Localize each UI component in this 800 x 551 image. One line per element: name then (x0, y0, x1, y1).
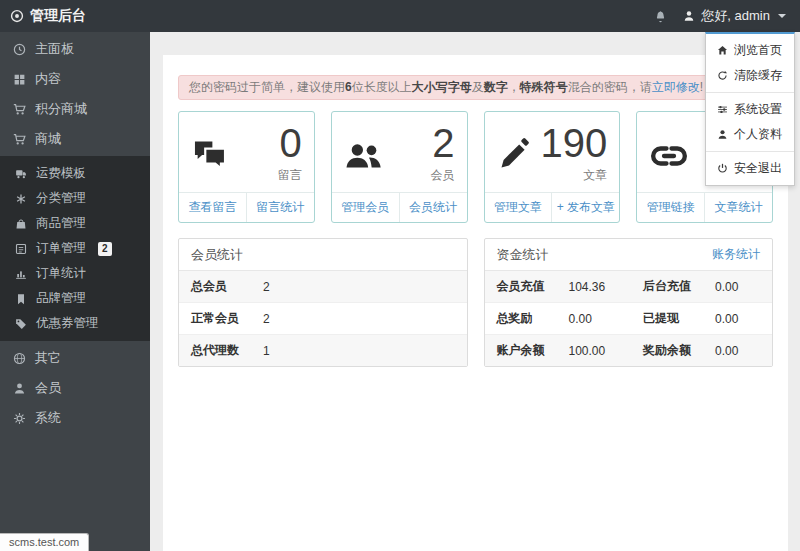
dashboard-icon (13, 43, 26, 56)
cart-icon (13, 103, 26, 116)
asterisk-icon (15, 193, 27, 205)
user-greeting: 您好, admin (701, 7, 770, 25)
stat-value: 0.00 (703, 335, 772, 367)
user-menu-toggle[interactable]: 您好, admin (683, 7, 786, 25)
sidebar-item-mall[interactable]: 商城 (0, 124, 150, 154)
top-navbar: 管理后台 您好, admin (0, 0, 800, 32)
articles-label: 文章 (541, 167, 608, 184)
sidebar-item-product-manage[interactable]: 商品管理 (0, 211, 150, 236)
mall-submenu: 运费模板 分类管理 商品管理 订单管理 2 订单统计 品牌管理 优惠券管理 (0, 156, 150, 341)
message-stats-link[interactable]: 留言统计 (246, 193, 314, 222)
sidebar-item-category-manage[interactable]: 分类管理 (0, 186, 150, 211)
truck-icon (15, 168, 27, 180)
menu-item-clear-cache[interactable]: 清除缓存 (706, 63, 794, 88)
user-icon (683, 10, 695, 22)
alert-text: 及 (472, 80, 484, 94)
change-password-link[interactable]: 立即修改 (652, 80, 700, 94)
bag-icon (15, 218, 27, 230)
members-label: 会员 (431, 167, 455, 184)
fund-stats-title: 资金统计 (497, 246, 549, 264)
list-icon (15, 243, 27, 255)
grid-icon (13, 73, 26, 86)
comments-icon (191, 136, 229, 192)
sidebar-item-label: 运费模板 (36, 165, 86, 182)
stat-cards-row: 0 留言 查看留言 留言统计 2 会员 (178, 111, 773, 223)
sidebar-item-shipping-template[interactable]: 运费模板 (0, 161, 150, 186)
stat-value: 1 (251, 335, 467, 367)
stat-value: 104.36 (557, 271, 631, 303)
table-row: 会员充值 104.36 后台充值 0.00 (485, 271, 773, 303)
menu-item-label: 清除缓存 (734, 67, 782, 84)
refresh-icon (717, 70, 728, 81)
alert-text-bold: 大小写字母 (412, 80, 472, 94)
alert-text: ! (700, 80, 703, 94)
sidebar-item-order-stats[interactable]: 订单统计 (0, 261, 150, 286)
chart-icon (15, 268, 27, 280)
sliders-icon (717, 104, 728, 115)
order-count-badge: 2 (98, 242, 112, 256)
stat-value: 2 (251, 271, 467, 303)
alert-text: ， (508, 80, 520, 94)
member-stats-link[interactable]: 会员统计 (399, 193, 467, 222)
stat-value: 2 (251, 303, 467, 335)
sidebar-item-label: 其它 (35, 349, 61, 367)
menu-item-label: 安全退出 (734, 160, 782, 177)
stat-value: 0.00 (703, 303, 772, 335)
members-count: 2 (431, 120, 455, 166)
brand-logo[interactable]: 管理后台 (0, 7, 150, 25)
sidebar-item-label: 订单管理 (36, 240, 86, 257)
sidebar-item-content[interactable]: 内容 (0, 64, 150, 94)
members-card: 2 会员 管理会员 会员统计 (331, 111, 468, 223)
member-stats-table: 总会员 2 正常会员 2 总代理数 1 (179, 271, 467, 366)
brand-icon (10, 9, 24, 23)
fund-stats-panel: 资金统计 账务统计 会员充值 104.36 后台充值 0.00 总奖励 0.00… (484, 238, 774, 367)
manage-links-link[interactable]: 管理链接 (637, 193, 704, 222)
sidebar-item-label: 品牌管理 (36, 290, 86, 307)
bell-icon[interactable] (654, 10, 667, 23)
articles-count: 190 (541, 120, 608, 166)
user-dropdown-menu: 浏览首页 清除缓存 系统设置 个人资料 安全退出 (705, 32, 795, 186)
sidebar-item-label: 商品管理 (36, 215, 86, 232)
view-messages-link[interactable]: 查看留言 (179, 193, 246, 222)
stat-label: 正常会员 (179, 303, 251, 335)
sidebar-item-label: 系统 (35, 409, 61, 427)
sidebar-nav: 主面板 内容 积分商城 商城 运费模板 分类管理 商品管理 订单管理 2 (0, 32, 150, 551)
sidebar-item-coupon-manage[interactable]: 优惠券管理 (0, 311, 150, 336)
menu-item-system-settings[interactable]: 系统设置 (706, 97, 794, 122)
link-icon (649, 136, 689, 192)
password-warning-alert: 您的密码过于简单，建议使用6位长度以上大小写字母及数字，特殊符号混合的密码，请立… (178, 75, 773, 100)
article-stats-link[interactable]: 文章统计 (704, 193, 772, 222)
sidebar-item-label: 主面板 (35, 40, 74, 58)
main-content-panel: 您的密码过于简单，建议使用6位长度以上大小写字母及数字，特殊符号混合的密码，请立… (163, 55, 788, 551)
alert-text: 您的密码过于简单，建议使用 (189, 80, 345, 94)
table-row: 总会员 2 (179, 271, 467, 303)
sidebar-item-label: 商城 (35, 130, 61, 148)
menu-item-logout[interactable]: 安全退出 (706, 156, 794, 181)
menu-item-label: 个人资料 (734, 126, 782, 143)
user-icon (717, 129, 728, 140)
cart-icon (13, 133, 26, 146)
alert-text: 混合的密码，请 (568, 80, 652, 94)
manage-members-link[interactable]: 管理会员 (332, 193, 399, 222)
home-icon (717, 45, 728, 56)
publish-article-link[interactable]: + 发布文章 (551, 193, 619, 222)
account-stats-link[interactable]: 账务统计 (712, 246, 760, 263)
sidebar-item-members[interactable]: 会员 (0, 373, 150, 403)
sidebar-item-points-mall[interactable]: 积分商城 (0, 94, 150, 124)
sidebar-item-dashboard[interactable]: 主面板 (0, 34, 150, 64)
pencil-icon (497, 136, 533, 192)
menu-item-label: 系统设置 (734, 101, 782, 118)
sidebar-item-other[interactable]: 其它 (0, 343, 150, 373)
sidebar-item-system[interactable]: 系统 (0, 403, 150, 433)
menu-item-browse-home[interactable]: 浏览首页 (706, 38, 794, 63)
stat-label: 总代理数 (179, 335, 251, 367)
manage-articles-link[interactable]: 管理文章 (485, 193, 552, 222)
table-row: 账户余额 100.00 奖励余额 0.00 (485, 335, 773, 367)
sidebar-item-order-manage[interactable]: 订单管理 2 (0, 236, 150, 261)
gear-icon (13, 412, 26, 425)
sidebar-item-brand-manage[interactable]: 品牌管理 (0, 286, 150, 311)
menu-item-profile[interactable]: 个人资料 (706, 122, 794, 147)
menu-divider (706, 92, 794, 93)
user-icon (13, 382, 26, 395)
table-row: 总奖励 0.00 已提现 0.00 (485, 303, 773, 335)
